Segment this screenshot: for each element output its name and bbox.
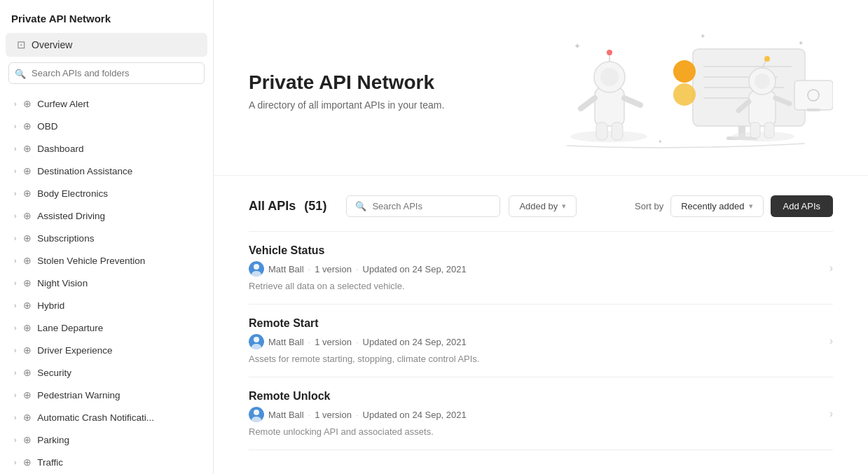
updated-date: Updated on 24 Sep, 2021 <box>363 410 467 420</box>
api-folder-icon: ⊕ <box>23 98 32 109</box>
filter-button[interactable]: Added by ▾ <box>509 195 577 217</box>
sidebar-title: Private API Network <box>0 0 213 33</box>
svg-text:✦: ✦ <box>574 41 581 51</box>
sidebar-item-label: Assisted Driving <box>37 211 105 221</box>
sidebar-item[interactable]: › ⊕ Subscriptions <box>3 227 210 249</box>
avatar <box>249 261 264 277</box>
api-card[interactable]: Vehicle Status Matt Ball · 1 version · U… <box>249 231 833 304</box>
sidebar-item[interactable]: › ⊕ Body Electronics <box>3 182 210 204</box>
sidebar-item[interactable]: › ⊕ Hybrid <box>3 294 210 316</box>
api-card-meta: Matt Ball · 1 version · Updated on 24 Se… <box>249 261 821 277</box>
svg-point-28 <box>731 132 794 141</box>
separator-dot: · <box>356 264 359 274</box>
sidebar-item[interactable]: › ⊕ Lane Departure <box>3 316 210 339</box>
api-card[interactable]: Remote Start Matt Ball · 1 version · Upd… <box>249 304 833 377</box>
chevron-icon: › <box>14 414 16 421</box>
sidebar-item-label: Night Vision <box>37 278 88 288</box>
svg-point-39 <box>254 264 259 270</box>
svg-point-23 <box>607 50 612 55</box>
sidebar-item-label: Body Electronics <box>37 188 108 199</box>
chevron-icon: › <box>14 369 16 377</box>
api-folder-icon: ⊕ <box>23 389 32 400</box>
chevron-icon: › <box>14 167 16 175</box>
sidebar-item-label: Curfew Alert <box>37 99 89 109</box>
sidebar: Private API Network ⊡ Overview 🔍 › ⊕ Cur… <box>0 0 214 474</box>
hero-illustration: ✦ ✦ ✦ ✦ ✦ ✦ <box>539 28 833 154</box>
overview-label: Overview <box>32 39 72 50</box>
author-name: Matt Ball <box>268 264 304 274</box>
author-name: Matt Ball <box>268 410 304 420</box>
api-folder-icon: ⊕ <box>23 344 32 356</box>
api-folder-icon: ⊕ <box>23 255 32 266</box>
sidebar-item[interactable]: › ⊕ Parking <box>3 428 210 451</box>
svg-rect-26 <box>596 123 607 140</box>
sidebar-item[interactable]: › ⊕ Destination Assistance <box>3 160 210 182</box>
svg-point-45 <box>254 410 259 415</box>
chevron-icon: › <box>14 123 16 130</box>
svg-point-18 <box>570 131 647 142</box>
sidebar-item[interactable]: › ⊕ Assisted Driving <box>3 204 210 227</box>
chevron-icon: › <box>14 436 16 444</box>
sidebar-item-label: Hybrid <box>37 300 64 311</box>
sidebar-item-label: Traffic <box>37 457 63 468</box>
chevron-icon: › <box>14 302 16 309</box>
sidebar-item-label: Parking <box>37 435 69 445</box>
svg-point-42 <box>254 337 259 342</box>
separator-dot: · <box>356 337 359 347</box>
api-folder-icon: ⊕ <box>23 434 32 445</box>
chevron-icon: › <box>14 347 16 354</box>
apis-search-input[interactable] <box>372 201 491 211</box>
hero-subtitle: A directory of all important APIs in you… <box>249 99 444 111</box>
svg-text:✦: ✦ <box>658 139 663 145</box>
api-card-description: Assets for remote starting, stopping, cl… <box>249 354 821 364</box>
svg-point-12 <box>673 83 696 106</box>
overview-icon: ⊡ <box>17 39 26 51</box>
version-label: 1 version <box>315 264 352 274</box>
sidebar-item[interactable]: › ⊕ Traffic <box>3 451 210 473</box>
apis-header: All APIs (51) 🔍 Added by ▾ Sort by Recen… <box>249 195 833 217</box>
sidebar-item[interactable]: › ⊕ OBD <box>3 115 210 137</box>
api-folder-icon: ⊕ <box>23 456 32 468</box>
api-card-left: Vehicle Status Matt Ball · 1 version · U… <box>249 244 821 291</box>
sidebar-item[interactable]: › ⊕ Curfew Alert <box>3 92 210 115</box>
sidebar-item[interactable]: › ⊕ Night Vision <box>3 272 210 294</box>
sidebar-item[interactable]: › ⊕ Pedestrian Warning <box>3 384 210 406</box>
sidebar-item[interactable]: › ⊕ Security <box>3 361 210 384</box>
avatar <box>249 407 264 422</box>
chevron-right-icon: › <box>829 407 833 420</box>
api-folder-icon: ⊕ <box>23 412 32 423</box>
chevron-right-icon: › <box>829 262 833 274</box>
chevron-icon: › <box>14 145 16 153</box>
version-label: 1 version <box>315 337 352 347</box>
filter-label: Added by <box>519 201 558 211</box>
sidebar-item[interactable]: › ⊕ Driver Experience <box>3 339 210 361</box>
api-card-name: Vehicle Status <box>249 244 821 257</box>
sort-value: Recently added <box>681 201 744 211</box>
chevron-icon: › <box>14 459 16 466</box>
sidebar-item[interactable]: › ⊕ Stolen Vehicle Prevention <box>3 249 210 272</box>
search-icon: 🔍 <box>15 68 26 78</box>
svg-rect-19 <box>595 88 624 126</box>
api-card[interactable]: Remote Unlock Matt Ball · 1 version · Up… <box>249 377 833 450</box>
separator-dot: · <box>308 410 311 420</box>
chevron-icon: › <box>14 324 16 332</box>
sidebar-item-label: Security <box>37 368 71 378</box>
sort-select-button[interactable]: Recently added ▾ <box>670 195 763 217</box>
chevron-icon: › <box>14 257 16 265</box>
api-folder-icon: ⊕ <box>23 143 32 154</box>
chevron-icon: › <box>14 391 16 399</box>
sidebar-item[interactable]: › ⊕ Automatic Crash Notificati... <box>3 406 210 428</box>
sidebar-overview-item[interactable]: ⊡ Overview <box>6 33 207 57</box>
api-list: Vehicle Status Matt Ball · 1 version · U… <box>249 231 833 450</box>
api-card-header: Vehicle Status Matt Ball · 1 version · U… <box>249 244 833 291</box>
api-card-header: Remote Start Matt Ball · 1 version · Upd… <box>249 317 833 364</box>
hero-text: Private API Network A directory of all i… <box>249 71 444 111</box>
svg-line-24 <box>581 98 595 109</box>
search-input[interactable] <box>8 62 205 84</box>
api-card-name: Remote Unlock <box>249 390 821 403</box>
api-card-description: Retrieve all data on a selected vehicle. <box>249 281 821 291</box>
sidebar-item[interactable]: › ⊕ Dashboard <box>3 137 210 160</box>
version-label: 1 version <box>315 410 352 420</box>
sidebar-list: › ⊕ Curfew Alert › ⊕ OBD › ⊕ Dashboard ›… <box>0 90 213 474</box>
add-apis-button[interactable]: Add APIs <box>771 195 833 217</box>
